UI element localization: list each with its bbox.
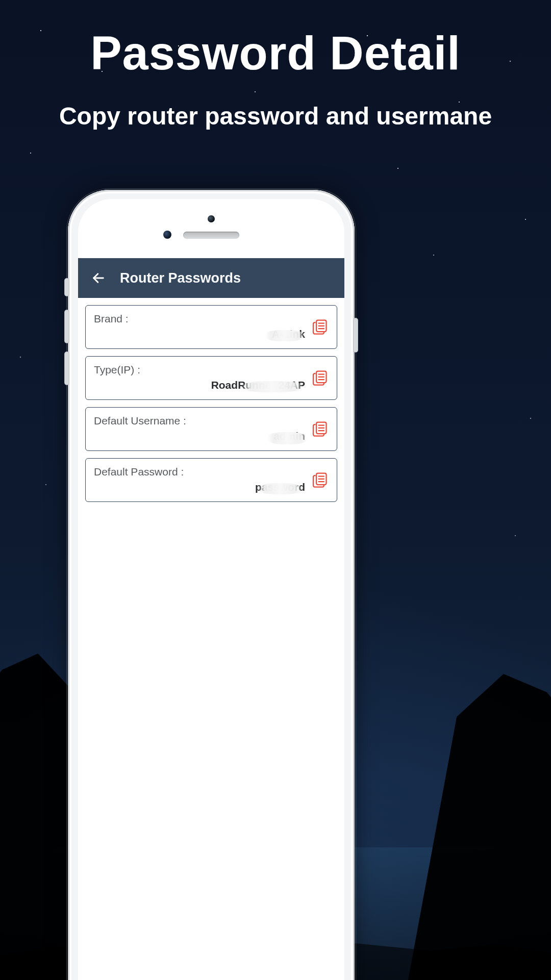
phone-device-frame: Router Passwords Brand : A‑Link	[68, 190, 355, 980]
copy-type-ip-button[interactable]	[310, 367, 332, 389]
app-bar-title: Router Passwords	[120, 270, 241, 286]
promo-subheading: Copy router password and usermane	[0, 102, 551, 130]
phone-earpiece-speaker	[183, 232, 239, 239]
phone-power-button	[354, 318, 358, 352]
copy-brand-button[interactable]	[310, 316, 332, 338]
copy-default-username-button[interactable]	[310, 418, 332, 440]
field-label: Type(IP) :	[94, 364, 305, 376]
back-button[interactable]	[86, 266, 111, 290]
detail-content: Brand : A‑Link	[78, 298, 344, 509]
phone-mute-switch	[65, 279, 69, 296]
field-label: Default Password :	[94, 466, 305, 478]
field-label: Default Username :	[94, 415, 305, 427]
phone-proximity-sensor	[163, 231, 171, 239]
field-value-default-password: password	[255, 481, 305, 493]
field-card-default-password: Default Password : password	[85, 458, 337, 502]
field-value-type-ip: RoadRunner 24AP	[211, 379, 305, 391]
field-card-default-username: Default Username : admin	[85, 407, 337, 451]
phone-volume-up-button	[65, 310, 69, 343]
copy-icon	[312, 420, 330, 438]
phone-volume-down-button	[65, 352, 69, 385]
field-label: Brand :	[94, 313, 305, 325]
field-value-brand: A‑Link	[272, 328, 305, 340]
phone-bezel: Router Passwords Brand : A‑Link	[78, 199, 344, 980]
promo-heading: Password Detail	[0, 27, 551, 80]
field-card-type-ip: Type(IP) : RoadRunner 24AP	[85, 356, 337, 400]
phone-front-camera	[208, 215, 215, 222]
app-bar: Router Passwords	[78, 258, 344, 298]
field-card-brand: Brand : A‑Link	[85, 305, 337, 349]
app-screen: Router Passwords Brand : A‑Link	[78, 258, 344, 980]
copy-icon	[312, 369, 330, 387]
field-value-default-username: admin	[273, 430, 305, 442]
copy-icon	[312, 471, 330, 489]
arrow-left-icon	[91, 271, 106, 285]
copy-icon	[312, 318, 330, 336]
copy-default-password-button[interactable]	[310, 469, 332, 491]
